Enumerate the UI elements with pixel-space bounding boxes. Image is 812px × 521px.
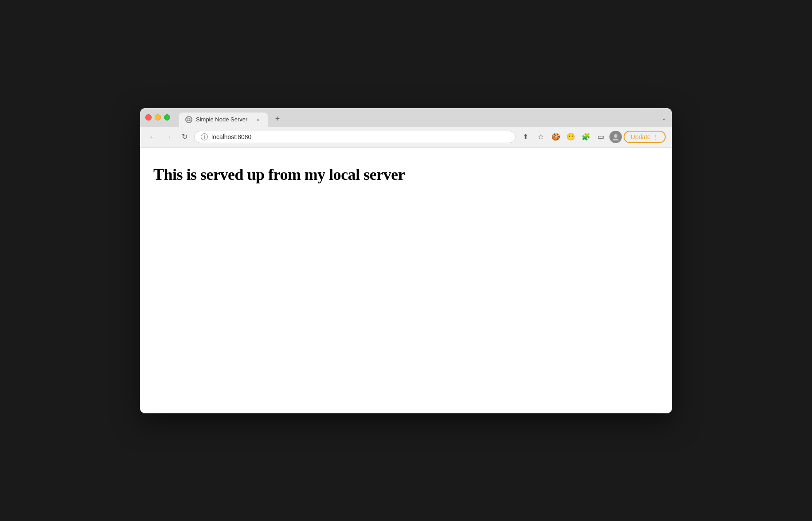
back-button[interactable]: ←	[146, 131, 159, 143]
title-bar: Simple Node Server × + ⌄ ← → ↻ i localho…	[140, 108, 672, 148]
url-display: localhost:8080	[211, 133, 509, 140]
close-button[interactable]	[145, 114, 152, 121]
profile-extension-icon[interactable]: 😶	[564, 130, 578, 144]
tab-label: Simple Node Server	[196, 116, 251, 123]
extensions-button[interactable]: 🧩	[579, 130, 593, 144]
update-button[interactable]: Update ⋮	[624, 131, 666, 143]
tab-strip: Simple Node Server × + ⌄	[140, 108, 672, 127]
cookie-extension-icon[interactable]: 🍪	[549, 130, 562, 144]
tab-favicon	[185, 116, 192, 123]
more-options-icon: ⋮	[652, 133, 659, 140]
reload-button[interactable]: ↻	[178, 131, 191, 143]
profile-avatar[interactable]	[609, 131, 622, 143]
svg-point-3	[614, 134, 617, 138]
sidebar-button[interactable]: ▭	[594, 130, 608, 144]
new-tab-button[interactable]: +	[271, 113, 284, 125]
forward-button[interactable]: →	[162, 131, 175, 143]
browser-window: Simple Node Server × + ⌄ ← → ↻ i localho…	[140, 108, 672, 413]
page-content: This is served up from my local server	[140, 148, 672, 413]
tab-close-button[interactable]: ×	[254, 116, 262, 123]
address-bar[interactable]: i localhost:8080	[194, 131, 515, 143]
share-button[interactable]: ⬆	[519, 130, 532, 144]
maximize-button[interactable]	[164, 114, 170, 121]
active-tab[interactable]: Simple Node Server ×	[179, 113, 268, 127]
traffic-lights	[145, 114, 170, 125]
bookmark-button[interactable]: ☆	[534, 130, 547, 144]
security-info-icon[interactable]: i	[201, 133, 208, 140]
tab-list-chevron[interactable]: ⌄	[661, 114, 667, 121]
minimize-button[interactable]	[155, 114, 161, 121]
page-heading: This is served up from my local server	[153, 165, 659, 184]
toolbar-icons: ⬆ ☆ 🍪 😶 🧩 ▭ Update ⋮	[519, 130, 666, 144]
navigation-bar: ← → ↻ i localhost:8080 ⬆ ☆ 🍪 😶 🧩 ▭	[140, 127, 672, 148]
